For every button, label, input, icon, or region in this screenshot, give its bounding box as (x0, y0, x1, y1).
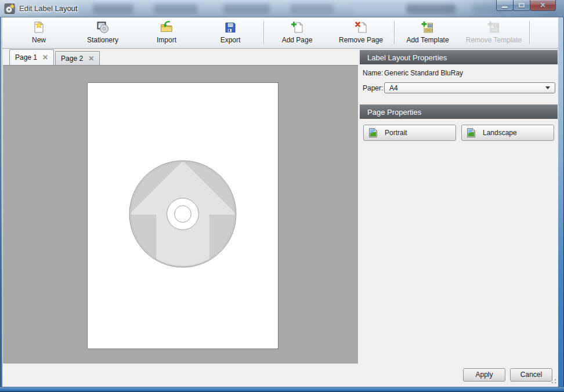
maximize-button[interactable] (513, 0, 530, 11)
a4-page-preview[interactable] (87, 82, 279, 349)
stationery-icon (95, 20, 110, 35)
stationery-button[interactable]: Stationery (71, 17, 135, 48)
editor-pane: Page 1 ✕ Page 2 ✕ (2, 49, 359, 364)
tab-page-2[interactable]: Page 2 ✕ (55, 51, 100, 65)
remove-page-label: Remove Page (339, 36, 383, 44)
background-blur-blob (290, 4, 334, 14)
background-blur-blob (223, 4, 270, 14)
export-floppy-icon (223, 20, 238, 35)
landscape-button[interactable]: Landscape (461, 125, 554, 141)
toolbar-separator (394, 21, 395, 44)
client-area: New Stationery (2, 17, 558, 387)
paper-selected-value: A4 (389, 84, 545, 92)
dialog-footer: Apply Cancel (2, 364, 558, 387)
properties-panel: Label Layout Properties Name: Generic St… (359, 49, 558, 364)
window-controls: ✕ (497, 0, 556, 11)
cancel-button[interactable]: Cancel (510, 368, 552, 382)
tab-page-1[interactable]: Page 1 ✕ (9, 49, 54, 65)
toolbar-separator (263, 21, 264, 44)
remove-template-button[interactable]: Remove Template (460, 17, 528, 48)
export-button[interactable]: Export (198, 17, 262, 48)
add-page-label: Add Page (282, 36, 313, 44)
tab-label: Page 1 (15, 53, 37, 61)
new-document-icon (31, 20, 46, 35)
page-tab-bar: Page 1 ✕ Page 2 ✕ (2, 49, 359, 65)
disc-label-outline[interactable] (88, 83, 278, 349)
label-layout-properties-header: Label Layout Properties (360, 50, 558, 64)
background-blur-blob (93, 4, 133, 14)
minimize-button[interactable] (496, 0, 514, 11)
portrait-icon (368, 128, 378, 138)
toolbar: New Stationery (2, 17, 558, 49)
stationery-label: Stationery (87, 36, 118, 44)
background-blur-blob (473, 4, 505, 14)
layout-canvas[interactable] (3, 65, 358, 364)
close-button[interactable]: ✕ (530, 0, 556, 11)
tab-close-icon[interactable]: ✕ (88, 55, 94, 63)
import-folder-icon (159, 20, 174, 35)
export-label: Export (220, 36, 241, 44)
add-template-icon (420, 20, 435, 35)
add-page-button[interactable]: Add Page (265, 17, 329, 48)
import-label: Import (157, 36, 176, 44)
add-template-button[interactable]: Add Template (396, 17, 460, 48)
landscape-label: Landscape (483, 129, 517, 137)
new-button[interactable]: New (7, 17, 71, 48)
portrait-label: Portrait (385, 129, 407, 137)
import-button[interactable]: Import (135, 17, 198, 48)
tab-close-icon[interactable]: ✕ (42, 53, 48, 61)
window-border-right (558, 17, 564, 387)
toolbar-separator (529, 21, 530, 44)
background-blur-blob (354, 4, 412, 14)
close-icon: ✕ (540, 1, 545, 9)
add-template-label: Add Template (406, 36, 449, 44)
remove-template-icon (486, 20, 501, 35)
paper-select[interactable]: A4 (384, 82, 555, 93)
name-value: Generic Standard BluRay (384, 69, 463, 77)
new-label: New (32, 36, 46, 44)
portrait-button[interactable]: Portrait (363, 125, 456, 141)
landscape-icon (466, 128, 476, 138)
add-page-icon (290, 20, 305, 35)
resize-grip[interactable] (549, 377, 556, 384)
remove-page-icon (353, 20, 368, 35)
chevron-down-icon (545, 86, 550, 89)
tab-label: Page 2 (61, 55, 83, 63)
window-title: Edit Label Layout (19, 4, 77, 13)
edit-label-layout-dialog: Edit Label Layout ✕ New (0, 0, 564, 392)
paper-label: Paper: (363, 84, 383, 92)
title-bar[interactable]: Edit Label Layout ✕ (0, 0, 564, 17)
remove-page-button[interactable]: Remove Page (329, 17, 393, 48)
background-blur-blob (154, 4, 197, 14)
background-blur-blob (406, 4, 455, 14)
window-border-bottom (0, 387, 564, 392)
apply-button[interactable]: Apply (463, 368, 505, 382)
remove-template-label: Remove Template (466, 36, 522, 44)
maximize-icon (519, 3, 525, 8)
name-label: Name: (363, 69, 383, 77)
page-properties-header: Page Properties (360, 104, 558, 119)
application-icon (4, 3, 16, 14)
minimize-icon (502, 6, 508, 8)
